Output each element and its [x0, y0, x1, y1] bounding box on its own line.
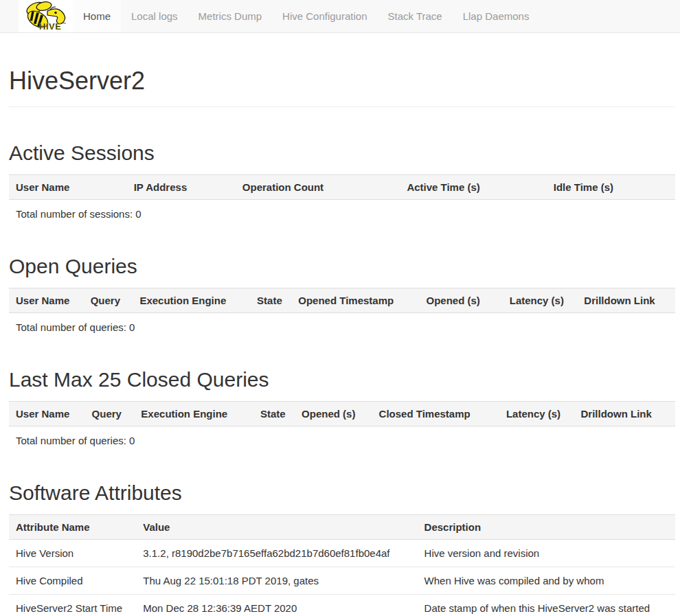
top-navbar: HIVE ™ HomeLocal logsMetrics DumpHive Co…	[0, 0, 680, 33]
table-row: Hive CompiledThu Aug 22 15:01:18 PDT 201…	[9, 567, 675, 595]
svg-text:™: ™	[63, 21, 66, 25]
section-active-sessions: Active Sessions User NameIP AddressOpera…	[9, 141, 675, 220]
column-header: Attribute Name	[9, 515, 136, 540]
column-header: Latency (s)	[503, 288, 578, 313]
column-header: Description	[418, 515, 675, 540]
closed-queries-table: User NameQueryExecution EngineStateOpene…	[9, 401, 675, 426]
navbar-menu: HomeLocal logsMetrics DumpHive Configura…	[73, 0, 539, 32]
column-header: State	[253, 402, 295, 426]
nav-item-stack-trace[interactable]: Stack Trace	[377, 0, 452, 32]
section-software-attributes: Software Attributes Attribute NameValueD…	[9, 481, 675, 616]
section-open-queries: Open Queries User NameQueryExecution Eng…	[9, 255, 675, 334]
column-header: Execution Engine	[133, 288, 250, 313]
column-header: Opened Timestamp	[291, 288, 419, 313]
table-cell: HiveServer2 Start Time	[9, 595, 136, 616]
page-header: HiveServer2	[9, 67, 675, 107]
table-cell: Date stamp of when this HiveServer2 was …	[418, 595, 675, 616]
nav-item-hive-configuration[interactable]: Hive Configuration	[272, 0, 377, 32]
svg-text:HIVE: HIVE	[39, 21, 61, 32]
column-header: Opened (s)	[419, 288, 502, 313]
nav-item-metrics-dump[interactable]: Metrics Dump	[188, 0, 273, 32]
column-header: Latency (s)	[499, 402, 574, 426]
nav-link[interactable]: Stack Trace	[377, 0, 452, 32]
column-header: User Name	[9, 402, 85, 426]
column-header: IP Address	[127, 175, 236, 200]
section-title-closed-queries: Last Max 25 Closed Queries	[9, 368, 675, 391]
nav-item-home[interactable]: Home	[73, 0, 121, 32]
column-header: Query	[85, 402, 135, 426]
column-header: Operation Count	[236, 175, 400, 200]
table-cell: Thu Aug 22 15:01:18 PDT 2019, gates	[136, 567, 417, 595]
nav-link[interactable]: Llap Daemons	[453, 0, 540, 32]
open-queries-summary: Total number of queries: 0	[9, 313, 675, 334]
column-header: User Name	[9, 288, 84, 313]
section-title-software-attributes: Software Attributes	[9, 481, 675, 505]
nav-item-local-logs[interactable]: Local logs	[121, 0, 188, 32]
column-header: Query	[84, 288, 133, 313]
table-cell: Hive Version	[9, 540, 136, 567]
column-header: Closed Timestamp	[372, 402, 499, 426]
column-header: Opened (s)	[295, 402, 372, 426]
page-title: HiveServer2	[9, 67, 675, 95]
nav-link[interactable]: Local logs	[121, 0, 188, 32]
column-header: User Name	[9, 175, 127, 200]
hive-bee-icon: HIVE ™	[21, 1, 71, 32]
table-cell: When Hive was compiled and by whom	[418, 567, 675, 595]
column-header: Drilldown Link	[574, 402, 676, 426]
column-header: Idle Time (s)	[547, 175, 675, 200]
active-sessions-summary: Total number of sessions: 0	[9, 200, 675, 220]
section-closed-queries: Last Max 25 Closed Queries User NameQuer…	[9, 368, 675, 447]
nav-link[interactable]: Home	[73, 0, 121, 32]
table-cell: Hive version and revision	[418, 540, 675, 567]
main-content: HiveServer2 Active Sessions User NameIP …	[0, 67, 680, 616]
column-header: Active Time (s)	[400, 175, 546, 200]
table-row: Hive Version3.1.2, r8190d2be7b7165effa62…	[9, 540, 675, 567]
active-sessions-table: User NameIP AddressOperation CountActive…	[9, 174, 675, 200]
section-title-active-sessions: Active Sessions	[9, 141, 675, 165]
column-header: State	[250, 288, 291, 313]
column-header: Value	[136, 515, 417, 540]
table-cell: Mon Dec 28 12:36:39 AEDT 2020	[136, 595, 417, 616]
table-cell: Hive Compiled	[9, 567, 136, 595]
software-attributes-table: Attribute NameValueDescription Hive Vers…	[9, 514, 675, 616]
nav-link[interactable]: Hive Configuration	[272, 0, 377, 32]
column-header: Execution Engine	[134, 402, 253, 426]
closed-queries-summary: Total number of queries: 0	[9, 426, 675, 447]
hive-logo[interactable]: HIVE ™	[19, 0, 73, 32]
table-cell: 3.1.2, r8190d2be7b7165effa62bd21b7d60ef8…	[136, 540, 417, 567]
column-header: Drilldown Link	[577, 288, 675, 313]
open-queries-table: User NameQueryExecution EngineStateOpene…	[9, 288, 675, 313]
nav-link[interactable]: Metrics Dump	[188, 0, 273, 32]
nav-item-llap-daemons[interactable]: Llap Daemons	[453, 0, 540, 32]
section-title-open-queries: Open Queries	[9, 255, 675, 278]
table-row: HiveServer2 Start TimeMon Dec 28 12:36:3…	[9, 595, 675, 616]
